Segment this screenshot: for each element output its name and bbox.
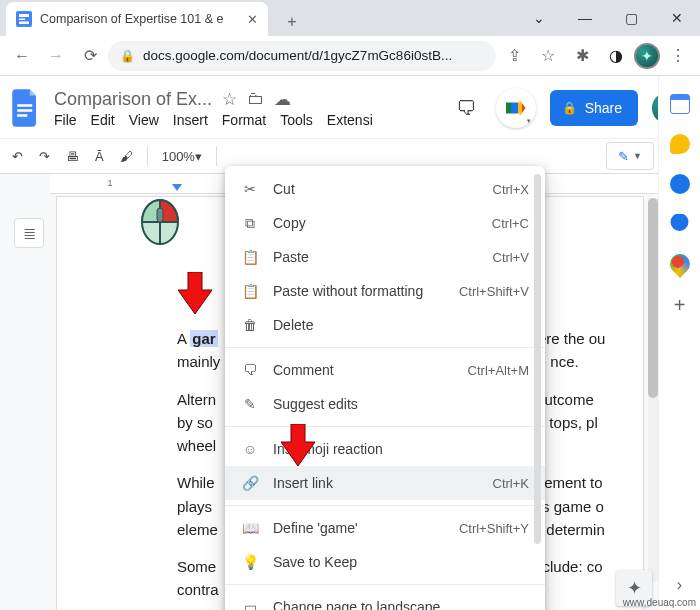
- cloud-status-icon[interactable]: ☁: [274, 89, 291, 110]
- maps-icon[interactable]: [665, 250, 693, 278]
- print-button[interactable]: 🖶: [60, 145, 85, 168]
- menu-item-label: Paste: [273, 249, 479, 265]
- menu-file[interactable]: File: [54, 112, 77, 128]
- menu-item-suggest[interactable]: ✎Suggest edits: [225, 387, 545, 421]
- share-page-icon[interactable]: ⇪: [498, 40, 530, 72]
- address-bar[interactable]: 🔒 docs.google.com/document/d/1gycZ7mGc86…: [108, 41, 496, 71]
- menu-item-link[interactable]: 🔗Insert linkCtrl+K: [225, 466, 545, 500]
- menu-item-label: Define 'game': [273, 520, 445, 536]
- redo-button[interactable]: ↷: [33, 145, 56, 168]
- docs-header: Comparison of Ex... ☆ 🗀 ☁ File Edit View…: [0, 76, 700, 132]
- document-title[interactable]: Comparison of Ex...: [54, 89, 212, 110]
- google-side-panel: + ›: [658, 76, 700, 610]
- keep-icon[interactable]: [670, 134, 690, 154]
- copy-icon: ⧉: [241, 215, 259, 232]
- contacts-icon[interactable]: [670, 214, 690, 234]
- lock-icon: 🔒: [562, 101, 577, 115]
- menu-item-label: Change page to landscape: [273, 599, 515, 610]
- menu-separator: [225, 505, 545, 506]
- nav-reload-button[interactable]: ⟳: [74, 40, 106, 72]
- keep-icon: 💡: [241, 554, 259, 570]
- browser-tab[interactable]: Comparison of Expertise 101 & e ✕: [6, 2, 268, 36]
- addons-plus-icon[interactable]: +: [674, 294, 686, 317]
- emoji-icon: ☺: [241, 441, 259, 457]
- landscape-icon: ▭: [241, 599, 259, 610]
- browser-menu-icon[interactable]: ⋮: [662, 40, 694, 72]
- star-icon[interactable]: ☆: [222, 89, 237, 110]
- menu-item-label: Paste without formatting: [273, 283, 445, 299]
- url-text: docs.google.com/document/d/1gycZ7mGc86i0…: [143, 48, 484, 63]
- menu-scroll-thumb[interactable]: [534, 174, 541, 544]
- extension-dark-icon[interactable]: ◑: [600, 40, 632, 72]
- comment-icon: 🗨: [241, 362, 259, 378]
- calendar-icon[interactable]: [670, 94, 690, 114]
- menu-format[interactable]: Format: [222, 112, 266, 128]
- zoom-select[interactable]: 100% ▾: [156, 145, 208, 168]
- profile-avatar[interactable]: ✦: [634, 43, 660, 69]
- lock-icon: 🔒: [120, 49, 135, 63]
- menu-extensions[interactable]: Extensi: [327, 112, 373, 128]
- menu-tools[interactable]: Tools: [280, 112, 313, 128]
- paste-plain-icon: 📋: [241, 283, 259, 299]
- hide-sidepanel-icon[interactable]: ›: [677, 576, 682, 594]
- menu-item-cut[interactable]: ✂CutCtrl+X: [225, 172, 545, 206]
- menu-item-comment[interactable]: 🗨CommentCtrl+Alt+M: [225, 353, 545, 387]
- link-icon: 🔗: [241, 475, 259, 491]
- menu-separator: [225, 347, 545, 348]
- extensions-icon[interactable]: ✱: [566, 40, 598, 72]
- editing-mode-button[interactable]: ✎ ▼: [606, 142, 654, 170]
- nav-back-button[interactable]: ←: [6, 40, 38, 72]
- browser-titlebar: Comparison of Expertise 101 & e ✕ + ⌄ — …: [0, 0, 700, 36]
- menu-item-shortcut: Ctrl+Alt+M: [468, 363, 529, 378]
- share-button[interactable]: 🔒Share: [550, 90, 638, 126]
- tasks-icon[interactable]: [670, 174, 690, 194]
- spellcheck-button[interactable]: Ā: [89, 145, 110, 168]
- menu-item-label: Comment: [273, 362, 454, 378]
- selected-text[interactable]: gar: [190, 330, 217, 347]
- menu-scrollbar[interactable]: [534, 174, 541, 610]
- menu-item-shortcut: Ctrl+K: [493, 476, 529, 491]
- menu-insert[interactable]: Insert: [173, 112, 208, 128]
- meet-icon: [506, 100, 526, 116]
- define-icon: 📖: [241, 520, 259, 536]
- svg-rect-1: [17, 109, 32, 112]
- menu-item-label: Copy: [273, 215, 478, 231]
- menu-item-define[interactable]: 📖Define 'game'Ctrl+Shift+Y: [225, 511, 545, 545]
- menu-item-label: Cut: [273, 181, 479, 197]
- menu-edit[interactable]: Edit: [91, 112, 115, 128]
- menu-item-copy[interactable]: ⧉CopyCtrl+C: [225, 206, 545, 240]
- menu-item-landscape[interactable]: ▭Change page to landscape: [225, 590, 545, 610]
- new-tab-button[interactable]: +: [278, 8, 306, 36]
- docs-logo[interactable]: [8, 84, 44, 132]
- menu-item-label: Save to Keep: [273, 554, 515, 570]
- undo-button[interactable]: ↶: [6, 145, 29, 168]
- move-icon[interactable]: 🗀: [247, 89, 264, 109]
- show-outline-button[interactable]: ≣: [14, 218, 44, 248]
- paint-format-button[interactable]: 🖌: [114, 145, 139, 168]
- comments-history-icon[interactable]: 🗨: [450, 92, 482, 124]
- menu-item-shortcut: Ctrl+C: [492, 216, 529, 231]
- delete-icon: 🗑: [241, 317, 259, 333]
- nav-forward-button[interactable]: →: [40, 40, 72, 72]
- menu-separator: [225, 584, 545, 585]
- window-dropdown[interactable]: ⌄: [516, 0, 562, 36]
- tab-close-icon[interactable]: ✕: [247, 12, 258, 27]
- menu-item-keep[interactable]: 💡Save to Keep: [225, 545, 545, 579]
- mouse-annotation: [138, 188, 182, 246]
- browser-toolbar: ← → ⟳ 🔒 docs.google.com/document/d/1gycZ…: [0, 36, 700, 76]
- window-close[interactable]: ✕: [654, 0, 700, 36]
- menu-item-delete[interactable]: 🗑Delete: [225, 308, 545, 342]
- menu-item-paste[interactable]: 📋PasteCtrl+V: [225, 240, 545, 274]
- window-minimize[interactable]: —: [562, 0, 608, 36]
- menu-item-emoji[interactable]: ☺Ins emoji reaction: [225, 432, 545, 466]
- bookmark-icon[interactable]: ☆: [532, 40, 564, 72]
- window-maximize[interactable]: ▢: [608, 0, 654, 36]
- watermark: www.deuaq.com: [623, 597, 696, 608]
- svg-rect-2: [17, 114, 27, 117]
- menu-item-shortcut: Ctrl+V: [493, 250, 529, 265]
- scrollbar-thumb[interactable]: [648, 198, 658, 398]
- vertical-scrollbar[interactable]: [648, 198, 658, 582]
- menu-item-paste-plain[interactable]: 📋Paste without formattingCtrl+Shift+V: [225, 274, 545, 308]
- meet-button[interactable]: [496, 88, 536, 128]
- menu-view[interactable]: View: [129, 112, 159, 128]
